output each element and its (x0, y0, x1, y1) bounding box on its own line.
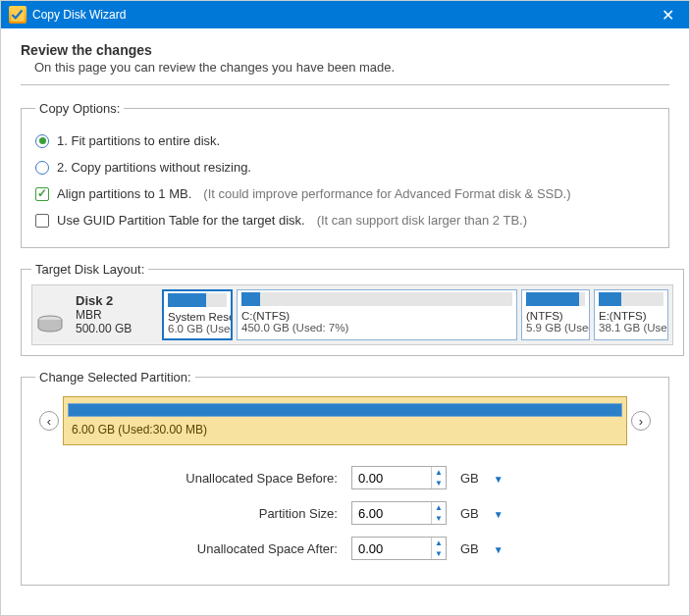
partition-label: (NTFS) (526, 310, 585, 322)
slider-label: 6.00 GB (Used:30.00 MB) (68, 423, 622, 436)
size-unit: GB (454, 461, 485, 494)
copy-options-legend: Copy Options: (35, 101, 124, 116)
size-unit: GB (454, 496, 485, 530)
partition[interactable]: System Rese6.0 GB (Used (162, 289, 233, 340)
spinner-up-icon[interactable]: ▲ (432, 502, 446, 513)
size-spinner[interactable]: ▲▼ (351, 466, 447, 489)
partition-list: System Rese6.0 GB (UsedC:(NTFS)450.0 GB … (162, 289, 668, 340)
partition-usage-bar (599, 292, 663, 306)
page-heading: Review the changes (21, 42, 669, 58)
option-fit-partitions[interactable]: 1. Fit partitions to entire disk. (35, 128, 655, 154)
partition[interactable]: C:(NTFS)450.0 GB (Used: 7%) (237, 289, 517, 340)
unit-dropdown-icon[interactable]: ▼ (493, 474, 504, 485)
divider (21, 84, 669, 85)
spinner-up-icon[interactable]: ▲ (432, 538, 446, 548)
spinner-down-icon[interactable]: ▼ (432, 548, 446, 559)
slider-row: ‹ 6.00 GB (Used:30.00 MB) › (35, 396, 655, 445)
size-row: Unallocated Space Before:▲▼GB▼ (180, 461, 509, 494)
size-label: Unallocated Space Before: (180, 461, 344, 494)
slider-prev-button[interactable]: ‹ (39, 411, 59, 431)
disk-scheme: MBR (76, 308, 152, 322)
option-use-gpt[interactable]: Use GUID Partition Table for the target … (35, 207, 655, 233)
size-spinner[interactable]: ▲▼ (351, 501, 447, 525)
size-label: Partition Size: (180, 496, 344, 530)
spinner-down-icon[interactable]: ▼ (432, 478, 446, 488)
option-hint: (It could improve performance for Advanc… (203, 186, 570, 201)
copy-options-group: Copy Options: 1. Fit partitions to entir… (21, 101, 669, 248)
option-label: 1. Fit partitions to entire disk. (57, 133, 220, 148)
size-form: Unallocated Space Before:▲▼GB▼Partition … (178, 459, 511, 567)
size-label: Unallocated Space After: (180, 532, 344, 565)
disk-row: Disk 2 MBR 500.00 GB System Rese6.0 GB (… (31, 284, 673, 345)
spinner-up-icon[interactable]: ▲ (432, 467, 446, 478)
partition-usage-bar (526, 292, 585, 306)
radio-icon (35, 161, 49, 175)
size-input[interactable] (352, 467, 431, 488)
option-label: Use GUID Partition Table for the target … (57, 213, 305, 228)
change-selected-partition-group: Change Selected Partition: ‹ 6.00 GB (Us… (21, 370, 669, 586)
disk-size: 500.00 GB (76, 322, 152, 335)
checkbox-icon (35, 187, 49, 201)
disk-info: Disk 2 MBR 500.00 GB (70, 289, 158, 340)
target-disk-layout-legend: Target Disk Layout: (31, 262, 148, 277)
option-label: 2. Copy partitions without resizing. (57, 160, 251, 175)
unit-dropdown-icon[interactable]: ▼ (493, 544, 504, 555)
partition[interactable]: E:(NTFS)38.1 GB (Use (594, 289, 668, 340)
partition-label: System Rese (168, 311, 227, 323)
partition-slider[interactable]: 6.00 GB (Used:30.00 MB) (63, 396, 627, 445)
slider-next-button[interactable]: › (631, 411, 651, 431)
spinner-down-icon[interactable]: ▼ (432, 513, 446, 524)
partition-size: 450.0 GB (Used: 7%) (241, 322, 512, 334)
close-icon[interactable]: ✕ (654, 6, 681, 25)
slider-track (68, 403, 622, 417)
page-subtitle: On this page you can review the changes … (34, 60, 669, 75)
window-title: Copy Disk Wizard (32, 8, 654, 22)
disk-icon (36, 289, 66, 340)
unit-dropdown-icon[interactable]: ▼ (493, 509, 504, 520)
option-align-partitions[interactable]: Align partitions to 1 MB. (It could impr… (35, 180, 655, 207)
size-unit: GB (454, 532, 485, 565)
partition-size: 6.0 GB (Used (168, 323, 227, 334)
checkbox-icon (35, 214, 49, 228)
option-copy-without-resizing[interactable]: 2. Copy partitions without resizing. (35, 154, 655, 180)
size-spinner[interactable]: ▲▼ (351, 537, 447, 560)
size-input[interactable] (352, 502, 431, 524)
partition-size: 38.1 GB (Use (599, 322, 663, 334)
radio-icon (35, 134, 49, 148)
partition-usage-bar (168, 293, 227, 307)
disk-name: Disk 2 (76, 293, 152, 308)
size-row: Partition Size:▲▼GB▼ (180, 496, 509, 530)
partition-usage-bar (241, 292, 512, 306)
partition-size: 5.9 GB (Used (526, 322, 585, 334)
target-disk-layout-group: Target Disk Layout: Disk 2 MBR 500.00 GB… (21, 262, 684, 356)
size-row: Unallocated Space After:▲▼GB▼ (180, 532, 509, 565)
partition-label: E:(NTFS) (599, 310, 663, 322)
partition[interactable]: (NTFS)5.9 GB (Used (521, 289, 590, 340)
partition-label: C:(NTFS) (241, 310, 512, 322)
option-hint: (It can support disk larger than 2 TB.) (317, 213, 527, 228)
content: Review the changes On this page you can … (1, 28, 689, 609)
size-input[interactable] (352, 538, 431, 559)
titlebar: Copy Disk Wizard ✕ (1, 1, 689, 28)
wizard-icon (9, 6, 27, 24)
change-selected-legend: Change Selected Partition: (35, 370, 195, 385)
option-label: Align partitions to 1 MB. (57, 186, 191, 201)
